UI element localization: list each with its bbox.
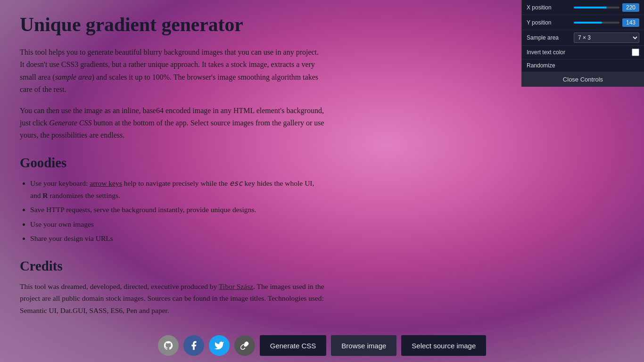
y-slider-track xyxy=(574,22,619,24)
x-slider-fill xyxy=(574,7,607,8)
list-item: Share your design via URLs xyxy=(30,232,324,245)
randomize-row[interactable]: Randomize xyxy=(522,59,644,72)
y-position-row: Y position 143 xyxy=(522,15,644,30)
credits-heading: Credits xyxy=(20,258,324,274)
facebook-button[interactable] xyxy=(183,335,204,356)
credits-section: Credits This tool was dreamed, developed… xyxy=(20,258,324,317)
intro-paragraph-2: You can then use the image as an inline,… xyxy=(20,105,324,142)
list-item: Use your own images xyxy=(30,218,324,230)
y-slider-fill xyxy=(574,22,602,24)
sample-area-control: 7 × 3 5 × 5 3 × 7 10 × 10 15 × 15 xyxy=(574,33,639,43)
intro-p2-italic: Generate CSS xyxy=(49,119,91,127)
twitter-button[interactable] xyxy=(209,335,230,356)
y-position-label: Y position xyxy=(527,19,574,26)
invert-text-label: Invert text color xyxy=(527,49,632,56)
credits-text: This tool was dreamed, developed, direct… xyxy=(20,280,324,317)
list-item: Use your keyboard: arrow keys help to na… xyxy=(30,177,324,202)
select-source-image-button[interactable]: Select source image xyxy=(401,335,486,356)
x-position-label: X position xyxy=(527,4,574,11)
y-position-control: 143 xyxy=(574,18,639,27)
intro-paragraph-1: This tool helps you to generate beautifu… xyxy=(20,46,324,96)
r-key-text: R xyxy=(42,191,48,199)
x-position-control: 220 xyxy=(574,3,639,12)
sample-area-label: Sample area xyxy=(527,34,574,41)
github-icon xyxy=(163,340,173,351)
browse-image-button[interactable]: Browse image xyxy=(331,335,396,356)
invert-text-row: Invert text color xyxy=(522,46,644,59)
generate-css-button[interactable]: Generate CSS xyxy=(260,335,327,356)
link-icon xyxy=(240,341,249,350)
github-button[interactable] xyxy=(158,335,179,356)
x-position-value: 220 xyxy=(622,3,639,12)
facebook-icon xyxy=(189,340,199,351)
arrow-keys-text: arrow keys xyxy=(90,179,122,187)
link-button[interactable] xyxy=(234,335,255,356)
sample-area-row: Sample area 7 × 3 5 × 5 3 × 7 10 × 10 15… xyxy=(522,30,644,46)
goodies-section: Goodies Use your keyboard: arrow keys he… xyxy=(20,155,324,245)
controls-panel: X position 220 Y position 143 Sample are… xyxy=(521,0,644,87)
y-position-value: 143 xyxy=(622,18,639,27)
x-slider-track xyxy=(574,7,619,8)
esc-key-text: esc xyxy=(230,179,243,188)
twitter-icon xyxy=(214,340,224,351)
intro-p1-italic: sample area xyxy=(55,73,92,81)
invert-text-checkbox[interactable] xyxy=(632,49,639,56)
main-content: Unique gradient generator This tool help… xyxy=(0,0,344,339)
sample-area-select[interactable]: 7 × 3 5 × 5 3 × 7 10 × 10 15 × 15 xyxy=(574,33,639,43)
author-link[interactable]: Tibor Szász xyxy=(219,282,253,290)
goodies-list: Use your keyboard: arrow keys help to na… xyxy=(20,177,324,245)
bottom-bar: Generate CSS Browse image Select source … xyxy=(0,332,644,362)
close-controls-button[interactable]: Close Controls xyxy=(522,72,644,87)
randomize-label: Randomize xyxy=(527,62,555,69)
page-title: Unique gradient generator xyxy=(20,13,324,36)
goodies-heading: Goodies xyxy=(20,155,324,171)
list-item: Save HTTP requests, serve the background… xyxy=(30,204,324,216)
x-position-row: X position 220 xyxy=(522,0,644,15)
